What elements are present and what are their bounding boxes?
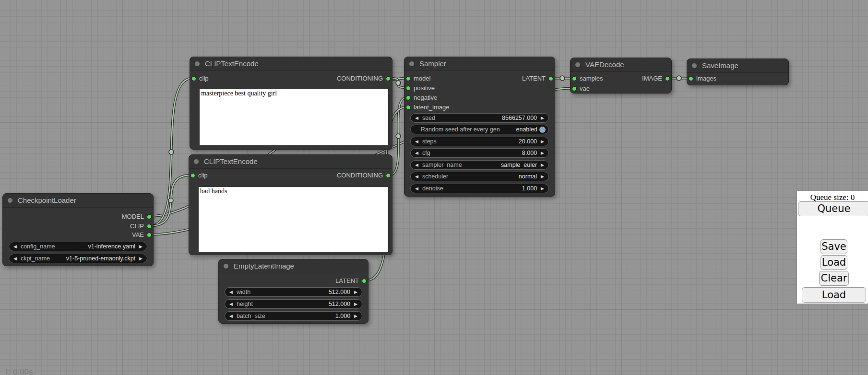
- port-dot-icon[interactable]: [386, 76, 391, 81]
- decrement-arrow-icon[interactable]: ◀: [13, 244, 17, 249]
- port-dot-icon[interactable]: [548, 76, 553, 81]
- port-dot-icon[interactable]: [406, 86, 411, 91]
- widget-cfg[interactable]: ◀ cfg 8.000 ▶: [410, 148, 549, 158]
- output-port-latent[interactable]: LATENT: [335, 276, 368, 286]
- node-clip-text-encode-negative[interactable]: CLIPTextEncode clip CONDITIONING bad han…: [189, 154, 392, 255]
- widget-steps[interactable]: ◀ steps 20.000 ▶: [410, 137, 549, 146]
- node-status-dot: [195, 61, 200, 66]
- widget-scheduler[interactable]: ◀ scheduler normal ▶: [410, 172, 549, 181]
- link-midpoint-dot: [677, 76, 681, 81]
- decrement-arrow-icon[interactable]: ◀: [415, 116, 418, 120]
- widget-sampler-name[interactable]: ◀ sampler_name sample_euler ▶: [410, 160, 549, 170]
- clear-button[interactable]: Clear: [819, 271, 849, 286]
- output-port-vae[interactable]: VAE: [132, 230, 153, 240]
- widget-batch-size[interactable]: ◀ batch_size 1.000 ▶: [225, 311, 362, 321]
- input-port-images[interactable]: images: [687, 74, 716, 83]
- decrement-arrow-icon[interactable]: ◀: [415, 174, 418, 179]
- increment-arrow-icon[interactable]: ▶: [541, 163, 544, 167]
- input-port-model[interactable]: model: [404, 74, 430, 83]
- port-dot-icon[interactable]: [147, 214, 152, 219]
- decrement-arrow-icon[interactable]: ◀: [415, 163, 418, 167]
- node-title-bar: VAEDecode: [571, 58, 671, 72]
- widget-denoise[interactable]: ◀ denoise 1.000 ▶: [410, 184, 549, 193]
- decrement-arrow-icon[interactable]: ◀: [415, 139, 418, 144]
- input-port-vae[interactable]: vae: [571, 84, 590, 94]
- decrement-arrow-icon[interactable]: ◀: [415, 151, 418, 155]
- input-port-clip[interactable]: clip: [189, 171, 208, 180]
- increment-arrow-icon[interactable]: ▶: [139, 244, 143, 249]
- increment-arrow-icon[interactable]: ▶: [139, 256, 143, 261]
- increment-arrow-icon[interactable]: ▶: [354, 314, 357, 318]
- node-title: EmptyLatentImage: [234, 262, 294, 270]
- link-midpoint-dot: [169, 150, 174, 154]
- port-dot-icon[interactable]: [147, 224, 152, 229]
- output-port-image[interactable]: IMAGE: [642, 74, 671, 83]
- queue-prompt-button[interactable]: Queue Prompt: [798, 201, 868, 216]
- link-midpoint-dot: [560, 76, 565, 81]
- link-midpoint-dot: [168, 198, 173, 203]
- port-dot-icon[interactable]: [190, 173, 195, 178]
- node-empty-latent-image[interactable]: EmptyLatentImage LATENT ◀ width 512.000 …: [218, 259, 369, 324]
- increment-arrow-icon[interactable]: ▶: [541, 186, 544, 191]
- node-title-bar: CheckpointLoader: [3, 194, 153, 208]
- input-port-samples[interactable]: samples: [571, 74, 603, 83]
- save-button[interactable]: Save: [820, 239, 847, 254]
- decrement-arrow-icon[interactable]: ◀: [229, 290, 233, 294]
- increment-arrow-icon[interactable]: ▶: [541, 116, 544, 120]
- widget-config-name[interactable]: ◀ config_name v1-inference.yaml ▶: [9, 242, 147, 251]
- decrement-arrow-icon[interactable]: ◀: [415, 186, 418, 191]
- output-port-latent[interactable]: LATENT: [522, 74, 555, 83]
- node-status-dot: [194, 159, 199, 164]
- increment-arrow-icon[interactable]: ▶: [541, 151, 544, 155]
- output-port-conditioning[interactable]: CONDITIONING: [337, 171, 392, 180]
- increment-arrow-icon[interactable]: ▶: [541, 174, 544, 179]
- port-dot-icon[interactable]: [572, 76, 577, 81]
- node-title: CheckpointLoader: [18, 196, 76, 204]
- input-port-positive[interactable]: positive: [404, 83, 435, 93]
- load-default-button[interactable]: Load Default: [802, 287, 866, 303]
- output-port-clip[interactable]: CLIP: [130, 222, 153, 231]
- widget-seed[interactable]: ◀ seed 8566257.000 ▶: [410, 113, 549, 123]
- node-vae-decode[interactable]: VAEDecode samples vae IMAGE: [570, 58, 672, 94]
- load-button[interactable]: Load: [820, 255, 847, 270]
- node-title: VAEDecode: [585, 60, 624, 69]
- decrement-arrow-icon[interactable]: ◀: [229, 302, 233, 306]
- port-dot-icon[interactable]: [406, 95, 411, 100]
- widget-ckpt-name[interactable]: ◀ ckpt_name v1-5-pruned-emaonly.ckpt ▶: [9, 254, 147, 263]
- increment-arrow-icon[interactable]: ▶: [541, 139, 544, 144]
- input-port-clip[interactable]: clip: [190, 74, 209, 83]
- input-port-negative[interactable]: negative: [404, 93, 437, 103]
- port-dot-icon[interactable]: [406, 105, 411, 110]
- toggle-dot-icon[interactable]: [539, 127, 546, 133]
- port-dot-icon[interactable]: [665, 76, 670, 81]
- port-dot-icon[interactable]: [386, 173, 391, 178]
- node-save-image[interactable]: SaveImage images: [687, 59, 789, 85]
- node-status-dot: [692, 63, 697, 68]
- output-port-model[interactable]: MODEL: [122, 212, 153, 222]
- increment-arrow-icon[interactable]: ▶: [354, 302, 357, 306]
- node-sampler[interactable]: Sampler model positive negative latent_i…: [404, 57, 555, 197]
- queue-panel: Queue size: 0 Queue Prompt Save Load Cle…: [797, 191, 868, 304]
- decrement-arrow-icon[interactable]: ◀: [229, 314, 233, 318]
- widget-height[interactable]: ◀ height 512.000 ▶: [225, 299, 362, 309]
- graph-canvas[interactable]: { "icons": {"left_arrow": "◀", "right_ar…: [0, 0, 868, 375]
- node-checkpoint-loader[interactable]: CheckpointLoader MODEL CLIP VAE ◀ config…: [2, 193, 154, 266]
- decrement-arrow-icon[interactable]: ◀: [13, 256, 17, 261]
- widget-width[interactable]: ◀ width 512.000 ▶: [225, 287, 362, 297]
- output-port-conditioning[interactable]: CONDITIONING: [337, 74, 392, 83]
- port-dot-icon[interactable]: [572, 86, 577, 91]
- input-port-latent-image[interactable]: latent_image: [404, 103, 449, 112]
- node-clip-text-encode-positive[interactable]: CLIPTextEncode clip CONDITIONING masterp…: [190, 57, 392, 150]
- prompt-text-area[interactable]: masterpiece best quality girl: [200, 89, 388, 145]
- link-midpoint-dot: [396, 134, 401, 139]
- port-dot-icon[interactable]: [191, 76, 196, 81]
- prompt-text-area[interactable]: bad hands: [199, 187, 388, 252]
- port-dot-icon[interactable]: [406, 76, 411, 81]
- port-dot-icon[interactable]: [147, 233, 152, 237]
- port-dot-icon[interactable]: [689, 76, 693, 81]
- widget-random-seed-toggle[interactable]: Random seed after every gen enabled: [410, 125, 549, 134]
- increment-arrow-icon[interactable]: ▶: [354, 290, 357, 294]
- port-dot-icon[interactable]: [362, 279, 367, 283]
- queue-size-label: Queue size: 0: [797, 193, 868, 202]
- node-title-bar: Sampler: [404, 57, 555, 71]
